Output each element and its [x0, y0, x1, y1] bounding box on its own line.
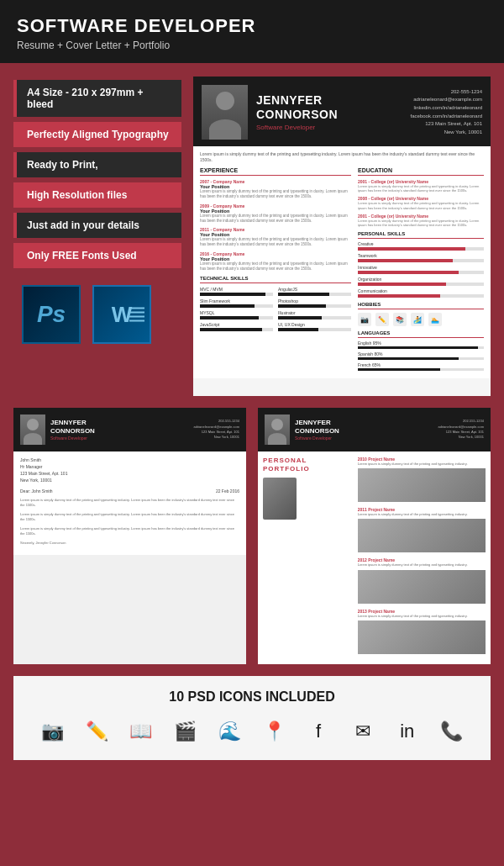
hobbies-title: Hobbies: [358, 302, 484, 309]
icons-title: 10 PSD ICONS INCLUDED: [30, 689, 474, 705]
experience-title: Experience: [200, 167, 351, 176]
portfolio-header: JENNYFER CONNORSON Software Developer 20…: [258, 408, 491, 451]
tech-col-right: AngularJS Photoshop Illustrator UI, UX D…: [278, 287, 351, 334]
personal-skill: Organization: [358, 277, 484, 286]
cover-letter-name-block: JENNYFER CONNORSON Software Developer: [50, 419, 95, 440]
header: SOFTWARE DEVELOPER Resume + Cover Letter…: [0, 0, 504, 63]
education-items: 2001 - College (or) University Name Lore…: [358, 179, 484, 227]
cover-paragraph: Lorem ipsum is simply dummy text of the …: [20, 498, 239, 508]
feature-print: Ready to Print,: [13, 152, 181, 177]
exp-item: 2007 - Company Name Your Position Lorem …: [200, 179, 351, 199]
page-title: SOFTWARE DEVELOPER: [17, 15, 487, 37]
camera-icon: 📷: [37, 716, 67, 747]
feature-list: A4 Size - 210 x 297mm + bleedPerfectly A…: [13, 80, 181, 268]
hobby-icon: ✏️: [375, 313, 389, 326]
page-subtitle: Resume + Cover Letter + Portfolio: [17, 40, 487, 51]
bottom-previews: JENNYFER CONNORSON Software Developer 20…: [0, 396, 504, 676]
resume-col-left: Experience 2007 - Company Name Your Posi…: [200, 167, 351, 373]
feature-details: Just add in your details: [13, 213, 181, 238]
cover-paragraph: Lorem ipsum is simply dummy text of the …: [20, 512, 239, 522]
app-icons: Ps W: [13, 285, 181, 344]
resume-name: JENNYFER CONNORSON: [256, 93, 402, 122]
hobby-icon: 🏊: [428, 313, 442, 326]
tech-skill: MVC / MVM: [200, 287, 273, 296]
pencil-icon: ✏️: [81, 716, 112, 747]
portfolio-project: 2010 Project Name Lorem ipsum is simply …: [358, 457, 486, 502]
portfolio-contact: 202-555-1234 adrianeleonard@example.com …: [438, 419, 484, 441]
tech-skills-title: Technical Skills: [200, 276, 351, 283]
left-sidebar: A4 Size - 210 x 297mm + bleedPerfectly A…: [13, 77, 181, 396]
personal-skills-title: Personal Skills: [358, 231, 484, 239]
resume-col-right: Education 2001 - College (or) University…: [358, 167, 484, 373]
personal-skill: Teamwork: [358, 253, 484, 262]
personal-skill: Innovative: [358, 265, 484, 274]
education-title: Education: [358, 167, 484, 176]
portfolio-preview: JENNYFER CONNORSON Software Developer 20…: [258, 408, 491, 664]
edu-item: 2001 - College (or) University Name Lore…: [358, 214, 484, 227]
tech-skill: Slim Framework: [200, 298, 273, 308]
portfolio-photo: [265, 415, 290, 445]
exp-item: 2009 - Company Name Your Position Lorem …: [200, 203, 351, 224]
tech-skill: AngularJS: [278, 287, 351, 296]
resume-role: Software Developer: [256, 124, 402, 131]
cover-letter-header: JENNYFER CONNORSON Software Developer 20…: [13, 408, 246, 451]
cover-letter-photo: [20, 415, 45, 445]
cover-from: John Smith Hr Manager 123 Main Street, A…: [20, 457, 239, 483]
phone-icon: 📞: [437, 716, 467, 747]
portfolio-project: 2013 Project Name Lorem ipsum is simply …: [358, 609, 486, 654]
cover-letter-body: John Smith Hr Manager 123 Main Street, A…: [13, 451, 246, 555]
tech-col-left: MVC / MVM Slim Framework MYSQL JavaScrip…: [200, 287, 273, 334]
portfolio-title: PERSONAL PORTFOLIO: [263, 457, 353, 473]
film-icon: 🎬: [171, 716, 201, 747]
tech-skill: Photoshop: [278, 298, 351, 308]
portfolio-body: PERSONAL PORTFOLIO 2010 Project Name Lor…: [258, 451, 491, 664]
languages-bars: English 95% Spanish 80% French 65%: [358, 341, 484, 371]
linkedin-icon: in: [392, 716, 423, 747]
personal-skills-bars: Creative Teamwork Innovative Organizatio…: [358, 241, 484, 298]
cover-date: 22 Feb 2016: [216, 488, 239, 494]
tech-skills: MVC / MVM Slim Framework MYSQL JavaScrip…: [200, 287, 351, 334]
feature-fonts: Only FREE Fonts Used: [13, 243, 181, 268]
resume-columns: Experience 2007 - Company Name Your Posi…: [200, 167, 484, 373]
cover-paragraphs: Lorem ipsum is simply dummy text of the …: [20, 498, 239, 546]
tech-skill: JavaScript: [200, 322, 273, 331]
hobbies-row: 📷✏️📚🏄🏊: [358, 313, 484, 326]
portfolio-title-col: PERSONAL PORTFOLIO: [263, 457, 353, 659]
hobby-icon: 🏄: [411, 313, 424, 326]
tech-skill: MYSQL: [200, 310, 273, 319]
language-item: French 65%: [358, 362, 484, 371]
personal-skill: Communication: [358, 288, 484, 298]
icons-section: 10 PSD ICONS INCLUDED 📷✏️📖🎬🌊📍f✉in📞: [13, 676, 491, 760]
feature-hires: High Resolution files: [13, 182, 181, 208]
feature-typo: Perfectly Aligned Typography: [13, 122, 181, 147]
cover-to: Dear: John Smith: [20, 488, 53, 494]
portfolio-projects-col: 2010 Project Name Lorem ipsum is simply …: [358, 457, 486, 659]
resume-photo: [202, 85, 248, 140]
resume-contact: 202-555-1234 adrianeleonard@example.com …: [411, 88, 482, 137]
waves-icon: 🌊: [215, 716, 245, 747]
icons-grid: 📷✏️📖🎬🌊📍f✉in📞: [30, 716, 474, 747]
language-item: English 95%: [358, 341, 484, 349]
hobby-icon: 📷: [358, 313, 371, 326]
email-icon: ✉: [348, 716, 378, 747]
edu-item: 2001 - College (or) University Name Lore…: [358, 179, 484, 193]
resume-preview: JENNYFER CONNORSON Software Developer 20…: [193, 77, 491, 396]
book-icon: 📖: [126, 716, 156, 747]
tech-skill: UI, UX Design: [278, 322, 351, 331]
pin-icon: 📍: [259, 716, 289, 747]
experience-items: 2007 - Company Name Your Position Lorem …: [200, 179, 351, 272]
resume-intro: Lorem ipsum is simply dummy text of the …: [200, 151, 484, 163]
language-item: Spanish 80%: [358, 351, 484, 360]
edu-item: 2008 - College (or) University Name Lore…: [358, 196, 484, 209]
resume-header: JENNYFER CONNORSON Software Developer 20…: [193, 77, 491, 146]
resume-name-block: JENNYFER CONNORSON Software Developer: [256, 93, 402, 132]
cover-paragraph: Sincerely, Jennyfer Connorson: [20, 541, 239, 546]
main-content: A4 Size - 210 x 297mm + bleedPerfectly A…: [0, 63, 504, 396]
tech-skill: Illustrator: [278, 310, 351, 319]
exp-item: 2011 - Company Name Your Position Lorem …: [200, 227, 351, 247]
word-icon: W: [92, 285, 151, 344]
portfolio-name-block: JENNYFER CONNORSON Software Developer: [295, 419, 339, 440]
facebook-icon: f: [303, 716, 333, 747]
portfolio-project: 2012 Project Name Lorem ipsum is simply …: [358, 557, 486, 603]
cover-letter-contact: 202-555-1234 adrianeleonard@example.com …: [193, 419, 239, 441]
